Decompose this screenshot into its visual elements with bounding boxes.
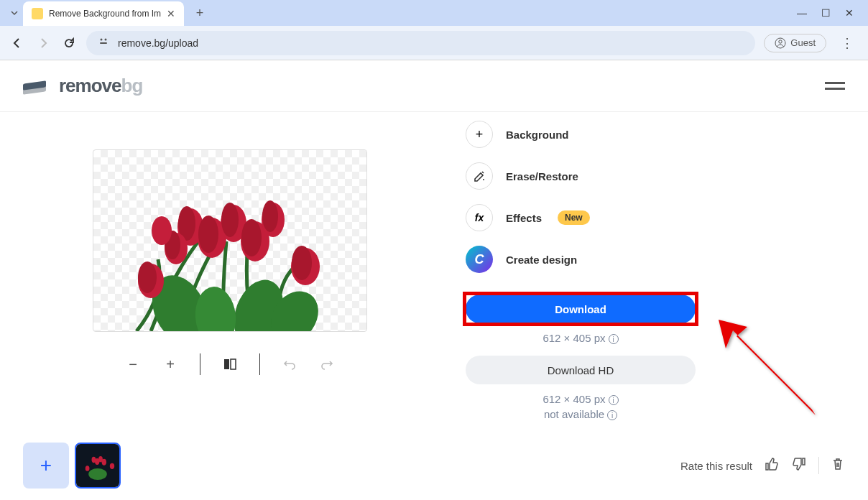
- browser-menu-icon[interactable]: ⋮: [835, 35, 859, 51]
- compare-toggle-icon[interactable]: [222, 356, 238, 372]
- main-content: − + + Background Erase/Restore: [0, 112, 868, 420]
- create-design-tool[interactable]: C Create design: [466, 246, 704, 273]
- thumbs-up-icon[interactable]: [764, 456, 780, 476]
- thumbs-down-icon[interactable]: [791, 456, 807, 476]
- forward-button[interactable]: [34, 34, 52, 52]
- tab-title: Remove Background from Im: [49, 9, 161, 19]
- back-button[interactable]: [9, 34, 26, 52]
- result-canvas[interactable]: [93, 149, 367, 332]
- logo-text: removebg: [59, 75, 142, 97]
- browser-tab-strip: Remove Background from Im ✕ + — ☐ ✕: [0, 0, 868, 26]
- svg-point-16: [221, 203, 239, 237]
- canvas-controls: − +: [125, 353, 335, 375]
- site-logo[interactable]: removebg: [23, 75, 142, 97]
- image-thumbnail[interactable]: [75, 443, 121, 489]
- window-controls: — ☐ ✕: [797, 7, 862, 19]
- svg-point-10: [138, 261, 157, 293]
- info-icon[interactable]: i: [609, 395, 619, 405]
- divider: [818, 457, 819, 474]
- profile-label: Guest: [790, 37, 816, 48]
- browser-tab[interactable]: Remove Background from Im ✕: [23, 1, 184, 26]
- url-text: remove.bg/upload: [118, 37, 198, 49]
- add-image-button[interactable]: +: [23, 443, 69, 489]
- svg-point-4: [779, 40, 782, 42]
- hamburger-menu-icon[interactable]: [825, 78, 845, 93]
- address-bar[interactable]: remove.bg/upload: [86, 31, 755, 55]
- download-hd-button[interactable]: Download HD: [466, 356, 696, 384]
- minimize-icon[interactable]: —: [797, 7, 807, 19]
- bottom-bar: + Rate this result: [0, 443, 868, 489]
- thumbnails: +: [23, 443, 121, 489]
- effects-tool[interactable]: fx Effects New: [466, 204, 704, 231]
- canva-icon: C: [466, 246, 493, 273]
- tool-label: Erase/Restore: [506, 170, 578, 182]
- new-badge: New: [558, 210, 590, 225]
- redo-button[interactable]: [319, 356, 335, 372]
- site-settings-icon[interactable]: [98, 36, 109, 50]
- background-tool[interactable]: + Background: [466, 121, 704, 148]
- svg-point-31: [92, 457, 96, 463]
- svg-rect-26: [224, 359, 229, 369]
- reload-button[interactable]: [60, 34, 78, 52]
- profile-button[interactable]: Guest: [764, 34, 826, 52]
- download-hd-dimensions: 612 × 405 pxi: [466, 393, 696, 405]
- svg-point-1: [105, 39, 107, 41]
- erase-restore-tool[interactable]: Erase/Restore: [466, 162, 704, 190]
- site-header: removebg: [0, 60, 868, 112]
- browser-toolbar: remove.bg/upload Guest ⋮: [0, 26, 868, 60]
- svg-point-22: [292, 246, 312, 280]
- svg-rect-2: [100, 42, 107, 44]
- divider: [200, 353, 200, 375]
- svg-rect-27: [231, 359, 236, 369]
- svg-point-20: [262, 200, 278, 232]
- svg-point-7: [193, 285, 238, 331]
- result-image: [108, 173, 352, 331]
- divider: [259, 353, 260, 375]
- maximize-icon[interactable]: ☐: [821, 7, 831, 19]
- svg-point-33: [110, 463, 114, 469]
- fx-icon: fx: [466, 204, 493, 231]
- svg-point-0: [101, 39, 103, 41]
- zoom-in-button[interactable]: +: [162, 356, 178, 372]
- logo-icon: [23, 78, 52, 95]
- rate-label: Rate this result: [680, 460, 752, 472]
- zoom-out-button[interactable]: −: [125, 356, 141, 372]
- svg-point-14: [198, 216, 218, 253]
- new-tab-button[interactable]: +: [190, 3, 210, 23]
- svg-point-18: [241, 219, 262, 256]
- undo-button[interactable]: [282, 356, 297, 372]
- info-icon[interactable]: i: [609, 334, 619, 344]
- rate-section: Rate this result: [680, 456, 845, 476]
- svg-point-28: [483, 179, 484, 180]
- tab-list-dropdown[interactable]: [6, 4, 23, 22]
- download-button[interactable]: Download: [466, 295, 696, 323]
- erase-icon: [466, 162, 493, 190]
- tool-label: Create design: [506, 254, 577, 266]
- download-section: Download 612 × 405 pxi Download HD 612 ×…: [466, 295, 704, 420]
- canvas-column: − +: [0, 121, 460, 420]
- svg-point-25: [152, 216, 172, 245]
- close-window-icon[interactable]: ✕: [845, 7, 854, 19]
- plus-icon: +: [466, 121, 493, 148]
- download-dimensions: 612 × 405 pxi: [466, 332, 696, 344]
- tool-label: Effects: [506, 212, 542, 224]
- close-tab-icon[interactable]: ✕: [167, 8, 175, 19]
- info-icon[interactable]: i: [607, 410, 617, 420]
- not-available-text: not availablei: [466, 408, 696, 420]
- trash-icon[interactable]: [831, 457, 845, 475]
- tools-column: + Background Erase/Restore fx Effects Ne…: [460, 121, 704, 420]
- svg-point-32: [98, 456, 103, 462]
- tool-label: Background: [506, 129, 569, 141]
- tab-favicon: [32, 8, 43, 19]
- svg-point-35: [88, 468, 107, 480]
- svg-point-34: [86, 466, 90, 471]
